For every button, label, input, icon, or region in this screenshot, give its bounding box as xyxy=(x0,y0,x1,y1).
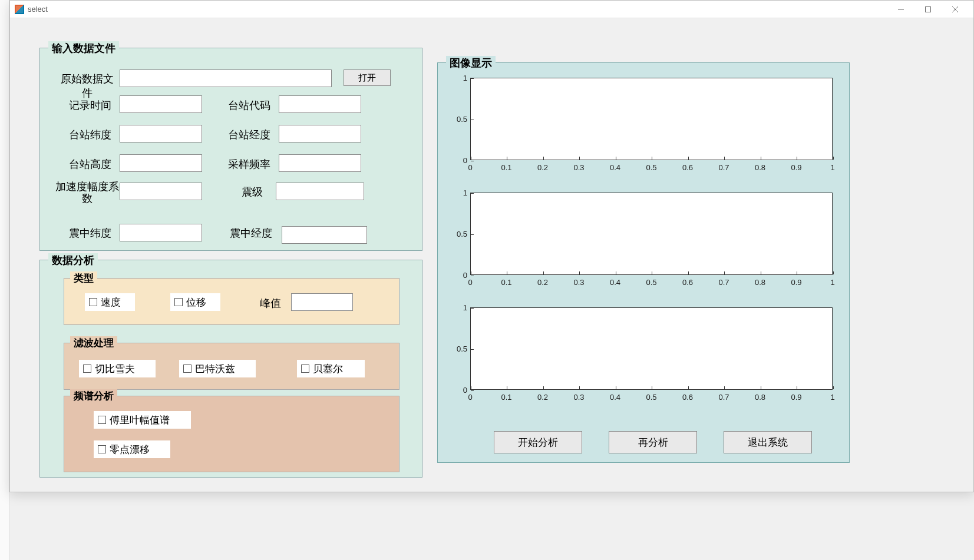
x-tick-label: 0.8 xyxy=(755,393,765,402)
y-tick-label: 1 xyxy=(450,188,467,197)
x-tick-label: 1 xyxy=(830,393,834,402)
checkbox-icon xyxy=(174,298,183,306)
x-tick-label: 0.9 xyxy=(791,278,801,287)
x-tick-label: 0.5 xyxy=(646,393,656,402)
velocity-checkbox[interactable]: 速度 xyxy=(85,293,135,311)
x-tick-label: 0.5 xyxy=(646,278,656,287)
displacement-label: 位移 xyxy=(186,296,206,309)
spectrum-subpanel: 频谱分析 傅里叶幅值谱 零点漂移 xyxy=(64,396,399,472)
checkbox-icon xyxy=(98,416,106,424)
station-code-input[interactable] xyxy=(279,95,361,113)
x-tick-label: 0.4 xyxy=(610,163,620,172)
checkbox-icon xyxy=(183,365,192,373)
svg-rect-0 xyxy=(926,6,931,12)
chebyshev-label: 切比雪夫 xyxy=(95,362,135,376)
image-display-panel: 图像显示 00.5100.10.20.30.40.50.60.70.80.91 … xyxy=(437,62,850,463)
y-tick-label: 1 xyxy=(450,303,467,312)
axes-1[interactable]: 00.5100.10.20.30.40.50.60.70.80.91 xyxy=(470,78,833,160)
app-window: select 输入数据文件 原始数据文件 打开 记录时间 台站代码 台站纬度 台… xyxy=(9,0,974,492)
chebyshev-checkbox[interactable]: 切比雪夫 xyxy=(79,360,156,377)
station-lon-input[interactable] xyxy=(279,125,361,143)
matlab-icon xyxy=(15,5,24,14)
x-tick-label: 0.8 xyxy=(755,278,765,287)
start-analysis-button[interactable]: 开始分析 xyxy=(494,431,582,453)
bessel-label: 贝塞尔 xyxy=(313,362,343,376)
velocity-label: 速度 xyxy=(101,296,121,309)
x-tick-label: 0.6 xyxy=(682,393,693,402)
axes-plot xyxy=(470,193,833,275)
y-tick-label: 0 xyxy=(450,386,467,395)
x-tick-label: 0.6 xyxy=(682,278,693,287)
checkbox-icon xyxy=(89,298,97,306)
x-tick-label: 0.9 xyxy=(791,393,801,402)
x-tick-label: 0.2 xyxy=(537,163,548,172)
filter-subpanel: 滤波处理 切比雪夫 巴特沃兹 贝塞尔 xyxy=(64,343,399,390)
titlebar: select xyxy=(10,1,973,18)
epi-lat-input[interactable] xyxy=(120,224,202,241)
x-tick-label: 0.2 xyxy=(537,278,548,287)
axes-3[interactable]: 00.5100.10.20.30.40.50.60.70.80.91 xyxy=(470,307,833,390)
station-lat-label: 台站纬度 xyxy=(64,128,117,142)
y-tick-label: 0 xyxy=(450,271,467,280)
magnitude-input[interactable] xyxy=(276,183,364,200)
bessel-checkbox[interactable]: 贝塞尔 xyxy=(297,360,365,377)
peak-input[interactable] xyxy=(291,293,353,311)
displacement-checkbox[interactable]: 位移 xyxy=(170,293,220,311)
reanalyze-button[interactable]: 再分析 xyxy=(609,431,697,453)
butterworth-label: 巴特沃兹 xyxy=(195,362,235,376)
sample-freq-label: 采样频率 xyxy=(223,157,276,171)
axes-plot xyxy=(470,307,833,390)
analysis-panel-legend: 数据分析 xyxy=(48,253,98,267)
x-tick-label: 0.1 xyxy=(501,278,511,287)
epi-lon-input[interactable] xyxy=(282,226,367,244)
x-tick-label: 0 xyxy=(468,163,472,172)
record-time-input[interactable] xyxy=(120,95,202,113)
input-panel-legend: 输入数据文件 xyxy=(48,41,119,55)
open-button[interactable]: 打开 xyxy=(344,69,391,86)
x-tick-label: 0.3 xyxy=(573,163,584,172)
x-tick-label: 0.8 xyxy=(755,163,765,172)
y-tick-label: 0.5 xyxy=(450,230,467,238)
filter-legend: 滤波处理 xyxy=(70,336,117,350)
x-tick-label: 0.5 xyxy=(646,163,656,172)
sample-freq-input[interactable] xyxy=(279,154,361,172)
x-tick-label: 0.6 xyxy=(682,163,693,172)
y-tick-label: 0.5 xyxy=(450,344,467,353)
close-button[interactable] xyxy=(942,1,969,18)
x-tick-label: 0 xyxy=(468,393,472,402)
station-alt-input[interactable] xyxy=(120,154,202,172)
accel-coef-input[interactable] xyxy=(120,183,202,200)
zerodrift-checkbox[interactable]: 零点漂移 xyxy=(94,440,170,458)
station-lat-input[interactable] xyxy=(120,125,202,143)
x-tick-label: 0.2 xyxy=(537,393,548,402)
axes-plot xyxy=(470,78,833,160)
maximize-button[interactable] xyxy=(914,1,942,18)
x-tick-label: 0.7 xyxy=(718,278,729,287)
x-tick-label: 1 xyxy=(830,163,834,172)
input-data-panel: 输入数据文件 原始数据文件 打开 记录时间 台站代码 台站纬度 台站经度 台站高… xyxy=(39,48,422,251)
x-tick-label: 0.9 xyxy=(791,163,801,172)
peak-label: 峰值 xyxy=(253,296,288,310)
checkbox-icon xyxy=(83,365,91,373)
window-controls xyxy=(887,1,969,18)
y-tick-label: 0.5 xyxy=(450,115,467,124)
x-tick-label: 0.3 xyxy=(573,278,584,287)
accel-coef-label: 加速度幅度系数 xyxy=(55,181,120,204)
x-tick-label: 0.4 xyxy=(610,278,620,287)
raw-file-input[interactable] xyxy=(120,69,332,87)
image-panel-legend: 图像显示 xyxy=(446,56,496,70)
client-area: 输入数据文件 原始数据文件 打开 记录时间 台站代码 台站纬度 台站经度 台站高… xyxy=(10,18,973,492)
station-code-label: 台站代码 xyxy=(223,98,276,112)
epi-lat-label: 震中纬度 xyxy=(64,226,117,240)
background-strip xyxy=(0,0,9,560)
type-legend: 类型 xyxy=(70,271,97,285)
x-tick-label: 0 xyxy=(468,278,472,287)
axes-2[interactable]: 00.5100.10.20.30.40.50.60.70.80.91 xyxy=(470,193,833,275)
spectrum-legend: 频谱分析 xyxy=(70,389,117,403)
fourier-checkbox[interactable]: 傅里叶幅值谱 xyxy=(94,411,191,429)
minimize-button[interactable] xyxy=(887,1,914,18)
exit-system-button[interactable]: 退出系统 xyxy=(724,431,812,453)
butterworth-checkbox[interactable]: 巴特沃兹 xyxy=(179,360,256,377)
epi-lon-label: 震中经度 xyxy=(224,226,278,240)
checkbox-icon xyxy=(301,365,309,373)
